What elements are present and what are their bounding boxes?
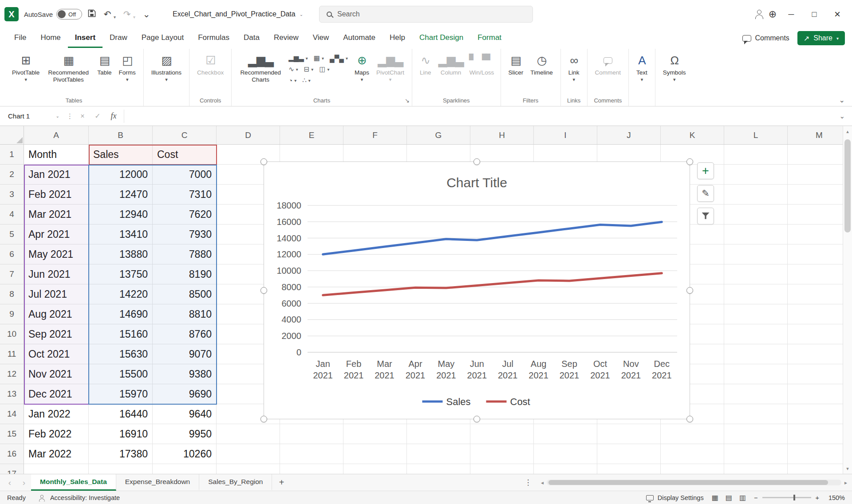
add-sheet-button[interactable]: +	[272, 477, 291, 488]
column-header-E[interactable]: E	[280, 126, 343, 144]
pivotchart-button[interactable]: ▂▆▃ PivotChart ▾	[373, 51, 407, 84]
save-icon[interactable]	[87, 9, 96, 20]
row-header-17[interactable]: 17	[0, 464, 24, 474]
sheet-options-kebab-icon[interactable]: ⋮	[520, 478, 536, 487]
cell-M6[interactable]	[788, 244, 851, 264]
cell-L3[interactable]	[724, 185, 788, 205]
row-header-4[interactable]: 4	[0, 205, 24, 224]
autosave-switch[interactable]: Off	[56, 9, 82, 20]
cell-B8[interactable]: 14220	[89, 284, 153, 304]
vertical-scroll-thumb[interactable]	[844, 139, 851, 232]
cell-A7[interactable]: Jun 2021	[24, 264, 89, 284]
chart-resize-handle[interactable]	[686, 416, 693, 422]
cell-L1[interactable]	[724, 145, 788, 165]
chart-elements-button[interactable]: +	[697, 162, 714, 179]
slicer-button[interactable]: ▤ Slicer	[505, 51, 527, 79]
cell-C5[interactable]: 7930	[153, 224, 217, 244]
cell-B16[interactable]: 17380	[89, 444, 153, 464]
cell-D17[interactable]	[217, 464, 280, 474]
search-input[interactable]: Search	[319, 6, 533, 23]
cell-M7[interactable]	[788, 264, 851, 284]
row-header-16[interactable]: 16	[0, 444, 24, 464]
cell-A14[interactable]: Jan 2022	[24, 404, 89, 424]
cell-M16[interactable]	[788, 444, 851, 464]
row-header-10[interactable]: 10	[0, 324, 24, 344]
cell-C3[interactable]: 7310	[153, 185, 217, 205]
link-button[interactable]: ∞ Link ▾	[565, 51, 583, 84]
scatter-chart-button[interactable]: ∴▾	[302, 76, 311, 84]
sheet-tab-monthly-sales-data[interactable]: Monthly_Sales_Data	[31, 474, 116, 491]
tab-page-layout[interactable]: Page Layout	[134, 28, 191, 48]
customize-quick-access-icon[interactable]: ⌄	[141, 9, 152, 20]
row-header-7[interactable]: 7	[0, 264, 24, 284]
cell-M4[interactable]	[788, 205, 851, 224]
cell-J16[interactable]	[597, 444, 661, 464]
cell-C2[interactable]: 7000	[153, 165, 217, 185]
redo-button[interactable]: ↷ ▾	[121, 9, 135, 20]
cell-A6[interactable]: May 2021	[24, 244, 89, 264]
timeline-button[interactable]: ◷ Timeline	[527, 51, 556, 79]
cell-L12[interactable]	[724, 364, 788, 384]
cell-F16[interactable]	[343, 444, 407, 464]
expand-formula-bar-icon[interactable]: ⌄	[836, 112, 848, 120]
maximize-button[interactable]: □	[804, 4, 824, 24]
cell-B14[interactable]: 16440	[89, 404, 153, 424]
cell-B15[interactable]: 16910	[89, 424, 153, 444]
cell-B2[interactable]: 12000	[89, 165, 153, 185]
cell-C11[interactable]: 9070	[153, 344, 217, 364]
cell-L16[interactable]	[724, 444, 788, 464]
cell-B1[interactable]: Sales	[89, 145, 153, 165]
row-header-6[interactable]: 6	[0, 244, 24, 264]
cell-F17[interactable]	[343, 464, 407, 474]
cell-L17[interactable]	[724, 464, 788, 474]
cell-B17[interactable]	[89, 464, 153, 474]
chart-resize-handle[interactable]	[473, 158, 480, 165]
cell-M12[interactable]	[788, 364, 851, 384]
cell-C17[interactable]	[153, 464, 217, 474]
column-header-H[interactable]: H	[470, 126, 534, 144]
sparkline-line-button[interactable]: ∿ Line	[417, 51, 434, 79]
pivottable-button[interactable]: ⊞ PivotTable ▾	[9, 51, 43, 84]
cell-L2[interactable]	[724, 165, 788, 185]
cancel-formula-icon[interactable]: ×	[77, 112, 88, 120]
cell-G15[interactable]	[407, 424, 470, 444]
tab-view[interactable]: View	[306, 28, 336, 48]
row-header-2[interactable]: 2	[0, 165, 24, 185]
column-header-G[interactable]: G	[407, 126, 470, 144]
cell-L6[interactable]	[724, 244, 788, 264]
row-header-9[interactable]: 9	[0, 304, 24, 324]
tab-home[interactable]: Home	[33, 28, 67, 48]
pie-chart-button[interactable]: ◔▾	[288, 76, 296, 84]
cell-L9[interactable]	[724, 304, 788, 324]
illustrations-button[interactable]: ▨ Illustrations ▾	[148, 51, 185, 84]
cell-B7[interactable]: 13750	[89, 264, 153, 284]
cell-M11[interactable]	[788, 344, 851, 364]
zoom-slider[interactable]	[762, 497, 811, 498]
recommended-charts-button[interactable]: ▂▆▃ Recommended Charts	[236, 51, 285, 85]
tab-format[interactable]: Format	[470, 28, 509, 48]
cell-M15[interactable]	[788, 424, 851, 444]
column-header-F[interactable]: F	[343, 126, 407, 144]
cell-B13[interactable]: 15970	[89, 384, 153, 404]
autosave-toggle[interactable]: AutoSave Off	[24, 9, 82, 20]
cell-A15[interactable]: Feb 2022	[24, 424, 89, 444]
cell-A1[interactable]: Month	[24, 145, 89, 165]
cell-L11[interactable]	[724, 344, 788, 364]
column-header-I[interactable]: I	[534, 126, 597, 144]
cell-C1[interactable]: Cost	[153, 145, 217, 165]
maps-button[interactable]: ⊕ Maps ▾	[351, 51, 372, 84]
cell-I17[interactable]	[534, 464, 597, 474]
waterfall-chart-button[interactable]: ▄▀▄▾	[330, 54, 348, 62]
cell-A11[interactable]: Oct 2021	[24, 344, 89, 364]
cell-C10[interactable]: 8760	[153, 324, 217, 344]
symbols-button[interactable]: Ω Symbols ▾	[660, 51, 689, 84]
cell-A8[interactable]: Jul 2021	[24, 284, 89, 304]
cell-J17[interactable]	[597, 464, 661, 474]
row-header-8[interactable]: 8	[0, 284, 24, 304]
tab-insert[interactable]: Insert	[68, 28, 103, 48]
zoom-level[interactable]: 150%	[824, 494, 845, 501]
cell-L5[interactable]	[724, 224, 788, 244]
page-layout-view-icon[interactable]: ▤	[726, 493, 732, 502]
cell-M17[interactable]	[788, 464, 851, 474]
cell-K15[interactable]	[661, 424, 724, 444]
